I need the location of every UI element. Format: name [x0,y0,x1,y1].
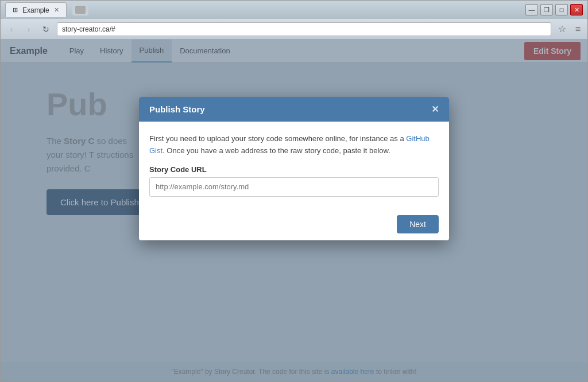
modal-description: First you need to upload your story code… [149,133,439,157]
window-controls: — ❐ □ ✕ [525,4,583,15]
restore-button[interactable]: ❐ [540,4,553,15]
new-tab-button[interactable] [72,4,88,15]
maximize-button[interactable]: □ [555,4,568,15]
publish-modal: Publish Story ✕ First you need to upload… [139,97,449,240]
address-bar[interactable]: story-creator.ca/# [57,22,551,36]
close-button[interactable]: ✕ [570,4,583,15]
next-button[interactable]: Next [397,215,439,233]
modal-desc-part2: . Once you have a web address to the raw… [163,146,390,155]
new-tab-icon [75,6,86,14]
title-bar: ⊞ Example ✕ — ❐ □ ✕ [1,1,587,19]
tab-title: Example [22,6,49,14]
modal-footer: Next [139,208,449,240]
toolbar: ‹ › ↻ story-creator.ca/# ☆ ≡ [1,19,587,40]
story-url-input[interactable] [149,177,439,197]
menu-icon[interactable]: ≡ [573,23,583,36]
back-button[interactable]: ‹ [5,23,18,36]
site-content: Example Play History Publish Documentati… [1,40,587,381]
forward-button[interactable]: › [22,23,35,36]
tab-favicon: ⊞ [13,6,18,14]
page-content: Example Play History Publish Documentati… [1,40,587,381]
modal-title: Publish Story [149,104,205,114]
browser-tab[interactable]: ⊞ Example ✕ [5,2,67,17]
modal-body: First you need to upload your story code… [139,122,449,208]
modal-desc-part1: First you need to upload your story code… [149,134,406,143]
refresh-button[interactable]: ↻ [40,23,52,36]
tab-close-icon[interactable]: ✕ [54,6,59,14]
story-url-label: Story Code URL [149,165,439,174]
minimize-button[interactable]: — [525,4,538,15]
address-text: story-creator.ca/# [62,25,115,33]
bookmark-icon[interactable]: ☆ [556,22,568,36]
modal-header: Publish Story ✕ [139,97,449,122]
browser-window: ⊞ Example ✕ — ❐ □ ✕ ‹ › ↻ story-creator.… [0,0,588,382]
modal-overlay: Publish Story ✕ First you need to upload… [1,40,587,381]
modal-close-button[interactable]: ✕ [431,104,439,115]
